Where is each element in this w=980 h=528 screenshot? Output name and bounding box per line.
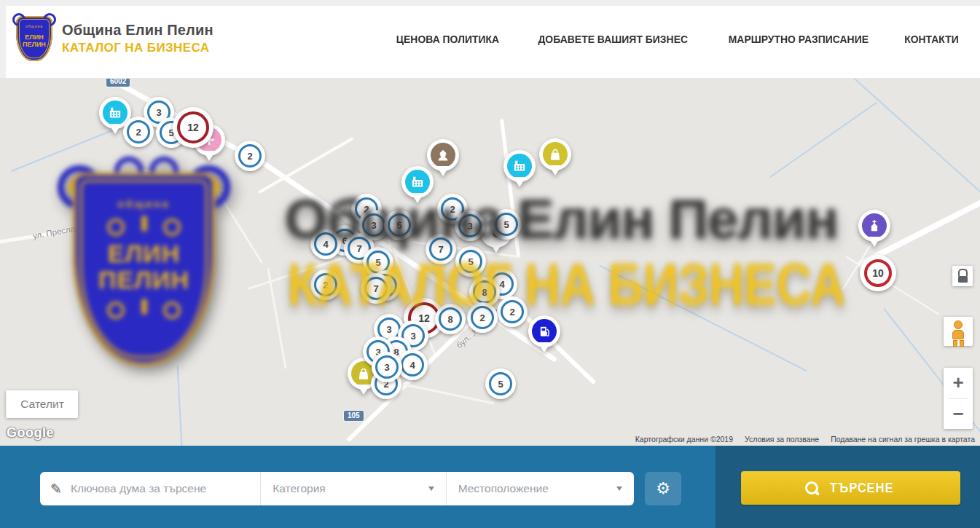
- map-attribution-link[interactable]: Подаване на сигнал за грешка в картата: [831, 435, 975, 444]
- search-bar-left: ✎ Категория Местоположение ⚙: [0, 446, 716, 528]
- zoom-out-button[interactable]: −: [944, 399, 973, 430]
- cluster-count: 12: [177, 111, 209, 143]
- fuel-pin[interactable]: [528, 315, 560, 347]
- worker-pin[interactable]: [427, 139, 459, 171]
- crest-ornament-icon: [103, 299, 185, 318]
- chevron-down-icon: [616, 486, 622, 491]
- bag-pin[interactable]: [539, 138, 571, 170]
- cluster-count: 2: [238, 144, 262, 168]
- street-view-pegman-button[interactable]: [944, 317, 973, 346]
- cluster-count: 5: [489, 372, 512, 395]
- advanced-search-button[interactable]: ⚙: [645, 472, 681, 505]
- factory-icon: [507, 154, 532, 178]
- zoom-in-button[interactable]: +: [944, 368, 973, 398]
- factory-icon: [103, 101, 128, 125]
- crest-top-label: община: [82, 198, 205, 210]
- pegman-icon: [952, 320, 964, 342]
- road-number-badge: 105: [344, 411, 364, 421]
- municipality-crest-icon: община ЕЛИН ПЕЛИН: [16, 16, 52, 61]
- map-road: [258, 137, 354, 194]
- search-bar-right: ТЪРСЕНЕ: [716, 446, 980, 528]
- keyword-input[interactable]: [69, 481, 260, 496]
- cluster-count: 2: [127, 120, 150, 143]
- location-select-label: Местоположение: [458, 482, 549, 495]
- category-select[interactable]: Категория: [261, 472, 446, 505]
- cluster-marker[interactable]: 2: [235, 141, 265, 171]
- map-road: [267, 268, 286, 369]
- site-logo[interactable]: община ЕЛИН ПЕЛИН Община Елин Пелин КАТА…: [16, 16, 213, 61]
- cluster-marker[interactable]: 3: [372, 352, 402, 382]
- search-icon: [805, 481, 818, 494]
- map-type-control: Карта Сателит: [6, 390, 78, 418]
- fuel-icon: [532, 319, 557, 344]
- nav-link[interactable]: КОНТАКТИ: [904, 33, 959, 46]
- watermark-title: Община Елин Пелин: [239, 187, 884, 251]
- nav-link[interactable]: ЦЕНОВА ПОЛИТИКА: [396, 33, 499, 46]
- nav-link[interactable]: МАРШРУТНО РАЗПИСАНИЕ: [729, 33, 869, 46]
- logo-text: Община Елин Пелин КАТАЛОГ НА БИЗНЕСА: [62, 22, 213, 55]
- watermark-crest: община ЕЛИН ПЕЛИН: [62, 157, 226, 371]
- pencil-icon: ✎: [50, 481, 62, 497]
- crest-line1: ЕЛИН: [20, 34, 49, 41]
- search-button[interactable]: ТЪРСЕНЕ: [741, 471, 960, 505]
- lock-button[interactable]: [952, 266, 973, 286]
- factory-pin[interactable]: [503, 150, 536, 182]
- nav-link[interactable]: ДОБАВЕТЕ ВАШИЯТ БИЗНЕС: [538, 33, 688, 46]
- crest-top-label: община: [20, 24, 49, 28]
- category-select-label: Категория: [273, 482, 325, 495]
- map-attribution-text: Картографски данни ©2019: [635, 435, 733, 444]
- cluster-count: 3: [375, 355, 399, 379]
- worker-icon: [431, 143, 455, 168]
- crest-line1: ЕЛИН: [82, 240, 205, 267]
- map-attribution: Картографски данни ©2019Условия за ползв…: [635, 435, 975, 444]
- chevron-down-icon: [428, 486, 434, 491]
- map-attribution-link[interactable]: Условия за ползване: [745, 435, 819, 444]
- search-bar: ✎ Категория Местоположение ⚙ ТЪРСЕНЕ: [0, 446, 980, 528]
- google-logo[interactable]: Google: [7, 425, 54, 441]
- lock-icon: [958, 269, 968, 276]
- map-road: [844, 78, 980, 197]
- map-road: [769, 102, 878, 178]
- road-number-badge: 6002: [106, 78, 130, 87]
- map-type-satellite-button[interactable]: Сателит: [6, 390, 78, 418]
- map-canvas[interactable]: ул. Преславбул. „Новосел 6002105 3251222…: [0, 78, 980, 446]
- map-road: [177, 366, 184, 446]
- site-subtitle: КАТАЛОГ НА БИЗНЕСА: [62, 41, 213, 55]
- cluster-marker[interactable]: 10: [860, 255, 896, 291]
- cluster-marker[interactable]: 12: [173, 107, 213, 148]
- cluster-marker[interactable]: 5: [485, 369, 516, 399]
- cluster-marker[interactable]: 2: [123, 117, 154, 147]
- top-strip: [0, 0, 980, 6]
- crest-line2: ПЕЛИН: [20, 41, 49, 48]
- search-button-label: ТЪРСЕНЕ: [830, 481, 894, 496]
- page: община ЕЛИН ПЕЛИН Община Елин Пелин КАТА…: [0, 0, 980, 528]
- crest-line2: ПЕЛИН: [82, 267, 205, 293]
- watermark-shield: община ЕЛИН ПЕЛИН: [73, 173, 215, 366]
- search-fields: ✎ Категория Местоположение: [40, 472, 634, 505]
- watermark-subtitle: КАТАЛОГ НА БИЗНЕСА: [287, 251, 835, 318]
- gear-icon: ⚙: [656, 481, 670, 497]
- cluster-count: 4: [401, 353, 424, 377]
- location-select[interactable]: Местоположение: [447, 472, 634, 505]
- cluster-count: 10: [864, 259, 892, 287]
- zoom-control: + −: [944, 368, 973, 429]
- left-strip: [0, 0, 6, 78]
- crest-ornament-icon: [103, 216, 185, 235]
- site-title: Община Елин Пелин: [62, 22, 213, 39]
- keyword-field[interactable]: ✎: [40, 472, 261, 505]
- bag-icon: [543, 142, 568, 167]
- main-nav: ЦЕНОВА ПОЛИТИКАДОБАВЕТЕ ВАШИЯТ БИЗНЕСМАР…: [391, 0, 962, 78]
- header: община ЕЛИН ПЕЛИН Община Елин Пелин КАТА…: [0, 0, 980, 79]
